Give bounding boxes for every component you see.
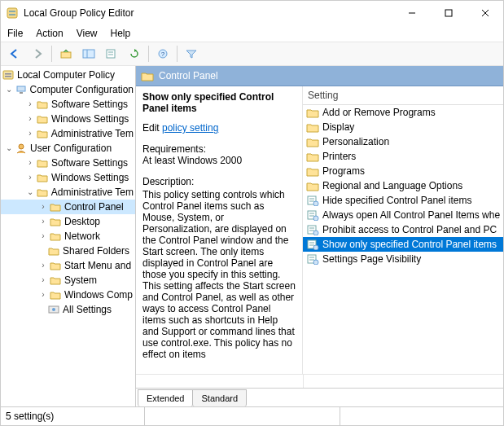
tree-start-menu[interactable]: › Start Menu and [1, 258, 135, 273]
maximize-button[interactable] [430, 1, 467, 25]
expand-icon[interactable]: › [38, 231, 48, 241]
statusbar: 5 setting(s) [1, 406, 503, 425]
details-pane: Control Panel Show only specified Contro… [136, 66, 503, 406]
back-button[interactable] [4, 44, 25, 64]
folder-icon [50, 261, 61, 270]
list-item-label: Add or Remove Programs [322, 107, 436, 118]
refresh-button[interactable] [124, 44, 145, 64]
expand-icon[interactable]: › [25, 99, 35, 109]
tree-label: Desktop [63, 216, 102, 227]
toolbar: ? [1, 42, 503, 66]
tree-shared-folders[interactable]: Shared Folders [1, 244, 135, 258]
svg-point-30 [313, 216, 318, 221]
menu-action[interactable]: Action [36, 28, 63, 39]
svg-point-34 [313, 231, 318, 235]
svg-rect-10 [107, 50, 115, 58]
list-item[interactable]: Prohibit access to Control Panel and PC [303, 222, 503, 237]
filter-button[interactable] [181, 44, 202, 64]
svg-rect-15 [3, 71, 13, 79]
tree-label: Control Panel [63, 201, 125, 213]
expand-icon[interactable]: › [25, 173, 35, 182]
folder-icon [37, 173, 48, 182]
close-button[interactable] [467, 1, 503, 25]
menu-file[interactable]: File [7, 28, 23, 39]
tree-cc-adm[interactable]: › Administrative Tem [1, 126, 135, 141]
folder-icon [306, 151, 319, 162]
list-item[interactable]: Add or Remove Programs [303, 105, 503, 120]
tree-computer-config[interactable]: ⌄ Computer Configuration [1, 82, 135, 97]
up-button[interactable] [55, 44, 77, 64]
list-item[interactable]: Printers [303, 149, 503, 164]
collapse-icon[interactable]: ⌄ [25, 187, 35, 197]
folder-icon [306, 136, 319, 147]
tree-label: Windows Settings [50, 172, 130, 183]
help-button[interactable]: ? [152, 44, 173, 64]
tree-control-panel[interactable]: › Control Panel [1, 200, 135, 214]
tree-all-settings[interactable]: All Settings [1, 302, 135, 317]
expand-icon[interactable]: › [38, 217, 48, 226]
tree-label: System [63, 274, 99, 286]
menu-help[interactable]: Help [111, 28, 131, 39]
list-item[interactable]: Show only specified Control Panel items [303, 237, 503, 252]
list-item-label: Prohibit access to Control Panel and PC [322, 224, 497, 235]
folder-icon [37, 114, 48, 124]
svg-point-20 [19, 144, 24, 149]
tree-cc-windows[interactable]: › Windows Settings [1, 112, 135, 126]
folder-icon [37, 187, 48, 197]
navigation-tree[interactable]: Local Computer Policy ⌄ Computer Configu… [1, 66, 136, 406]
list-item-label: Regional and Language Options [322, 180, 462, 191]
properties-button[interactable] [101, 44, 122, 64]
collapse-icon[interactable]: ⌄ [4, 85, 14, 94]
svg-rect-17 [5, 76, 11, 77]
list-item-label: Settings Page Visibility [322, 253, 421, 265]
menu-view[interactable]: View [77, 28, 98, 39]
folder-icon [306, 121, 319, 133]
folder-icon [37, 129, 48, 138]
list-item[interactable]: Settings Page Visibility [303, 252, 503, 266]
tree-uc-software[interactable]: › Software Settings [1, 156, 135, 170]
list-item[interactable]: Hide specified Control Panel items [303, 193, 503, 208]
collapse-icon[interactable]: ⌄ [4, 143, 14, 153]
tree-root[interactable]: Local Computer Policy [1, 68, 135, 82]
show-hide-tree-button[interactable] [78, 44, 99, 64]
expand-icon[interactable]: › [38, 261, 48, 270]
list-item[interactable]: Display [303, 120, 503, 134]
description-panel: Show only specified Control Panel items … [136, 86, 303, 374]
expand-icon[interactable]: › [25, 158, 35, 168]
forward-button[interactable] [27, 44, 48, 64]
tree-uc-windows[interactable]: › Windows Settings [1, 170, 135, 185]
titlebar: Local Group Policy Editor [1, 1, 503, 25]
folder-icon [306, 107, 319, 118]
selected-setting-title: Show only specified Control Panel items [142, 91, 296, 114]
desc-hscroll[interactable] [136, 375, 304, 388]
tree-cc-software[interactable]: › Software Settings [1, 97, 135, 112]
tree-label: Local Computer Policy [15, 69, 116, 81]
expand-icon[interactable]: › [25, 114, 35, 124]
minimize-button[interactable] [393, 1, 430, 25]
list-item[interactable]: Regional and Language Options [303, 178, 503, 193]
list-item[interactable]: Always open All Control Panel Items whe [303, 208, 503, 222]
tab-standard[interactable]: Standard [192, 389, 247, 406]
expand-icon[interactable]: › [38, 275, 48, 285]
list-item[interactable]: Programs [303, 164, 503, 178]
tree-system[interactable]: › System [1, 273, 135, 288]
tree-user-config[interactable]: ⌄ User Configuration [1, 141, 135, 156]
description-label: Description: [142, 176, 296, 187]
settings-list[interactable]: Add or Remove ProgramsDisplayPersonaliza… [303, 105, 503, 374]
list-item[interactable]: Personalization [303, 134, 503, 149]
tree-network[interactable]: › Network [1, 229, 135, 244]
tab-extended[interactable]: Extended [138, 389, 193, 406]
tree-desktop[interactable]: › Desktop [1, 214, 135, 229]
tree-windows-components[interactable]: › Windows Comp [1, 288, 135, 302]
edit-policy-link[interactable]: policy setting [162, 122, 218, 134]
expand-icon[interactable]: › [38, 202, 48, 212]
svg-rect-18 [17, 86, 25, 91]
tree-uc-adm[interactable]: ⌄ Administrative Tem [1, 185, 135, 200]
list-column-header[interactable]: Setting [303, 86, 503, 105]
expand-icon[interactable]: › [38, 290, 48, 300]
folder-icon [37, 99, 48, 109]
expand-icon[interactable]: › [25, 129, 35, 138]
horizontal-scroll-area [136, 374, 503, 388]
svg-text:?: ? [161, 51, 165, 58]
svg-rect-8 [83, 50, 94, 58]
